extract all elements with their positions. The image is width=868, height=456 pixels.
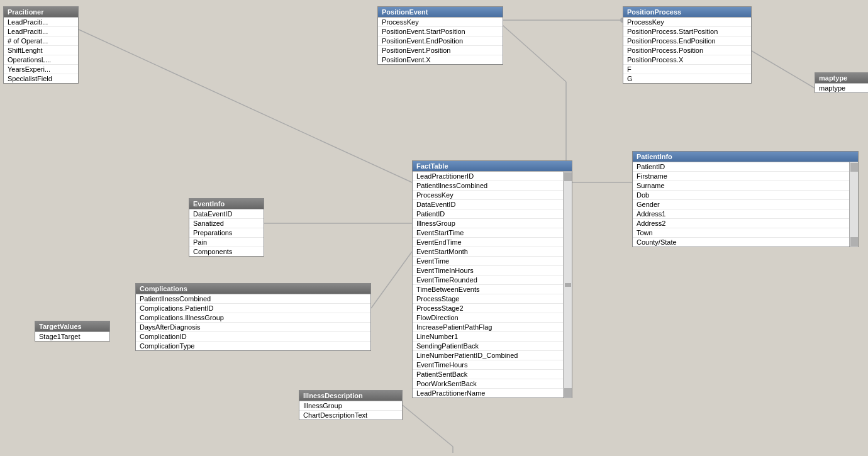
table-row: PatientIlnessCombined	[136, 294, 370, 304]
table-row: EventTime	[413, 257, 563, 266]
position-event-body: ProcessKey PositionEvent.StartPosition P…	[378, 17, 503, 64]
table-row: F	[623, 65, 751, 74]
target-values-body: Stage1Target	[35, 331, 109, 341]
table-row: IllnessGroup	[299, 401, 402, 411]
event-info-body: DataEventID Sanatized Preparations Pain …	[189, 209, 264, 256]
table-row: LeadPraciti...	[4, 27, 78, 36]
patient-info-header: PatientInfo	[633, 152, 858, 162]
illness-description-body: IllnessGroup ChartDescriptionText	[299, 401, 402, 420]
table-row: LeadPraciti...	[4, 18, 78, 27]
table-row: # of Operat...	[4, 36, 78, 46]
table-row: FlowDirection	[413, 313, 563, 323]
table-row: PatientID	[413, 209, 563, 219]
table-row: maptype	[815, 84, 868, 92]
target-values-header: TargetValues	[35, 321, 109, 331]
table-row: IllnessGroup	[413, 219, 563, 228]
table-row: Gender	[633, 200, 849, 209]
table-row: PositionEvent.Position	[378, 46, 503, 55]
fact-table-header: FactTable	[413, 161, 572, 171]
table-row: PositionEvent.EndPosition	[378, 36, 503, 46]
table-row: EventStartTime	[413, 228, 563, 238]
position-process-header: PositionProcess	[623, 7, 751, 17]
table-row: ShiftLenght	[4, 46, 78, 55]
table-row: EventTimeRounded	[413, 275, 563, 285]
table-row: PatientID	[633, 162, 849, 172]
table-row: EventStartMonth	[413, 247, 563, 257]
table-row: EventEndTime	[413, 238, 563, 247]
table-row: Complications.IllnessGroup	[136, 313, 370, 323]
patient-info-body: PatientID Firstname Surname Dob Gender A…	[633, 162, 858, 247]
pracitioner-body: LeadPraciti... LeadPraciti... # of Opera…	[4, 17, 78, 83]
table-row: ChartDescriptionText	[299, 411, 402, 420]
position-event-header: PositionEvent	[378, 7, 503, 17]
maptype-header: maptype	[815, 73, 868, 83]
event-info-table: EventInfo DataEventID Sanatized Preparat…	[189, 198, 264, 257]
patient-info-table: PatientInfo PatientID Firstname Surname …	[632, 151, 859, 247]
table-row: EventTimeHours	[413, 360, 563, 370]
table-row: PositionEvent.StartPosition	[378, 27, 503, 36]
maptype-table: maptype maptype	[815, 72, 868, 93]
table-row: TimeBetweenEvents	[413, 285, 563, 294]
table-row: SpecialistField	[4, 74, 78, 83]
table-row: DaysAfterDiagnosis	[136, 323, 370, 332]
table-row: PositionProcess.Position	[623, 46, 751, 55]
table-row: PatientIlnessCombined	[413, 181, 563, 191]
table-row: YearsExperi...	[4, 65, 78, 74]
table-row: DataEventID	[189, 209, 264, 219]
target-values-table: TargetValues Stage1Target	[35, 321, 110, 342]
table-row: ProcessKey	[378, 18, 503, 27]
table-row: EventTimeInHours	[413, 266, 563, 275]
table-row: OperationsL...	[4, 55, 78, 65]
table-row: Preparations	[189, 228, 264, 238]
table-row: PositionProcess.EndPosition	[623, 36, 751, 46]
pracitioner-table: Pracitioner LeadPraciti... LeadPraciti..…	[3, 6, 79, 84]
table-row: Surname	[633, 181, 849, 191]
complications-body: PatientIlnessCombined Complications.Pati…	[136, 294, 370, 350]
table-row: Sanatized	[189, 219, 264, 228]
table-row: LineNumber1	[413, 332, 563, 342]
event-info-header: EventInfo	[189, 199, 264, 209]
svg-line-8	[371, 252, 412, 308]
maptype-body: maptype	[815, 83, 868, 92]
table-row: County/State	[633, 238, 849, 247]
table-row: G	[623, 74, 751, 83]
svg-line-3	[497, 20, 566, 82]
table-row: Components	[189, 247, 264, 256]
table-row: LineNumberPatientID_Combined	[413, 351, 563, 360]
table-row: Town	[633, 228, 849, 238]
table-row: ComplicationID	[136, 332, 370, 342]
complications-header: Complications	[136, 284, 370, 294]
table-row: LeadPractitionerName	[413, 389, 563, 398]
table-row: ProcessStage	[413, 294, 563, 304]
svg-line-11	[399, 403, 453, 447]
table-row: ProcessStage2	[413, 304, 563, 313]
fact-table-body: LeadPractitionerID PatientIlnessCombined…	[413, 171, 572, 398]
position-process-table: PositionProcess ProcessKey PositionProce…	[623, 6, 752, 84]
table-row: DataEventID	[413, 200, 563, 209]
table-row: Complications.PatientID	[136, 304, 370, 313]
position-process-body: ProcessKey PositionProcess.StartPosition…	[623, 17, 751, 83]
table-row: ProcessKey	[623, 18, 751, 27]
table-row: PositionProcess.StartPosition	[623, 27, 751, 36]
table-row: Address1	[633, 209, 849, 219]
table-row: ComplicationType	[136, 342, 370, 350]
table-row: PositionEvent.X	[378, 55, 503, 64]
fact-table: FactTable LeadPractitionerID PatientIlne…	[412, 160, 572, 398]
table-row: Firstname	[633, 172, 849, 181]
table-row: IncreasePatientPathFlag	[413, 323, 563, 332]
table-row: Dob	[633, 191, 849, 200]
pracitioner-header: Pracitioner	[4, 7, 78, 17]
illness-description-table: IllnessDescription IllnessGroup ChartDes…	[299, 390, 403, 420]
table-row: PatientSentBack	[413, 370, 563, 379]
table-row: PositionProcess.X	[623, 55, 751, 65]
svg-line-13	[745, 47, 815, 88]
table-row: Pain	[189, 238, 264, 247]
table-row: SendingPatientBack	[413, 342, 563, 351]
table-row: PoorWorkSentBack	[413, 379, 563, 389]
table-row: Stage1Target	[35, 332, 109, 341]
svg-line-0	[69, 25, 412, 182]
table-row: ProcessKey	[413, 191, 563, 200]
position-event-table: PositionEvent ProcessKey PositionEvent.S…	[377, 6, 503, 65]
table-row: Address2	[633, 219, 849, 228]
complications-table: Complications PatientIlnessCombined Comp…	[135, 283, 371, 351]
